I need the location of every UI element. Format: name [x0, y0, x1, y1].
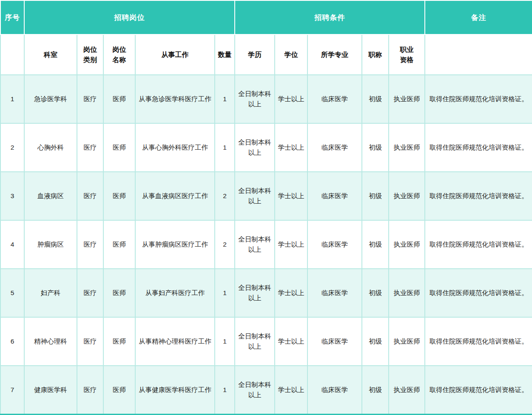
cell-category: 医疗 [77, 366, 103, 414]
empty-header-cell [425, 34, 532, 75]
cell-rank: 初级 [362, 366, 389, 414]
cell-degree: 学士以上 [275, 220, 307, 269]
empty-header-cell [0, 34, 24, 75]
cell-remark: 取得住院医师规范化培训资格证。 [425, 172, 532, 220]
table-row: 2 心胸外科 医疗 医师 从事心胸外科医疗工作 1 全日制本科 以上 学士以上 … [0, 123, 532, 172]
cell-serial: 5 [0, 269, 24, 317]
cell-job-title: 医师 [103, 123, 135, 172]
cell-serial: 1 [0, 75, 24, 123]
cell-count: 2 [215, 172, 235, 220]
column-group-position: 招聘岗位 [24, 0, 235, 34]
column-header-rank: 职称 [362, 34, 389, 75]
cell-dept: 妇产科 [24, 269, 77, 317]
cell-degree: 学士以上 [275, 269, 307, 317]
cell-major: 临床医学 [307, 75, 362, 123]
cell-serial: 4 [0, 220, 24, 269]
cell-category: 医疗 [77, 75, 103, 123]
table-row: 6 精神心理科 医疗 医师 从事精神心理科医疗工作 1 全日制本科 以上 学士以… [0, 317, 532, 366]
sub-header-row: 科室 岗位 类别 岗位 名称 从事工作 数量 学历 学位 所学专业 职称 职业 … [0, 34, 532, 75]
cell-rank: 初级 [362, 269, 389, 317]
cell-count: 1 [215, 317, 235, 366]
column-header-education: 学历 [235, 34, 275, 75]
cell-count: 2 [215, 220, 235, 269]
column-header-dept: 科室 [24, 34, 77, 75]
column-header-qualification: 职业 资格 [389, 34, 425, 75]
cell-category: 医疗 [77, 317, 103, 366]
cell-major: 临床医学 [307, 366, 362, 414]
cell-count: 1 [215, 75, 235, 123]
cell-major: 临床医学 [307, 220, 362, 269]
cell-degree: 学士以上 [275, 75, 307, 123]
cell-degree: 学士以上 [275, 172, 307, 220]
cell-count: 1 [215, 123, 235, 172]
cell-work: 从事急诊医学科医疗工作 [135, 75, 215, 123]
cell-remark: 取得住院医师规范化培训资格证。 [425, 269, 532, 317]
cell-work: 从事肿瘤病区医疗工作 [135, 220, 215, 269]
table-header: 序号 招聘岗位 招聘条件 备注 科室 岗位 类别 岗位 名称 从事工作 数量 学… [0, 0, 532, 75]
group-header-row: 序号 招聘岗位 招聘条件 备注 [0, 0, 532, 34]
column-header-remarks: 备注 [425, 0, 532, 34]
table-row: 3 血液病区 医疗 医师 从事血液病区医疗工作 2 全日制本科 以上 学士以上 … [0, 172, 532, 220]
cell-serial: 3 [0, 172, 24, 220]
cell-degree: 学士以上 [275, 366, 307, 414]
cell-qualification: 执业医师 [389, 123, 425, 172]
cell-major: 临床医学 [307, 317, 362, 366]
cell-major: 临床医学 [307, 269, 362, 317]
cell-dept: 心胸外科 [24, 123, 77, 172]
column-group-conditions: 招聘条件 [235, 0, 425, 34]
cell-rank: 初级 [362, 172, 389, 220]
cell-remark: 取得住院医师规范化培训资格证。 [425, 317, 532, 366]
cell-category: 医疗 [77, 123, 103, 172]
cell-qualification: 执业医师 [389, 317, 425, 366]
cell-category: 医疗 [77, 269, 103, 317]
cell-rank: 初级 [362, 123, 389, 172]
cell-qualification: 执业医师 [389, 269, 425, 317]
column-header-job-title: 岗位 名称 [103, 34, 135, 75]
cell-category: 医疗 [77, 220, 103, 269]
cell-job-title: 医师 [103, 220, 135, 269]
column-header-work: 从事工作 [135, 34, 215, 75]
cell-education: 全日制本科 以上 [235, 269, 275, 317]
cell-serial: 7 [0, 366, 24, 414]
cell-remark: 取得住院医师规范化培训资格证。 [425, 75, 532, 123]
column-header-count: 数量 [215, 34, 235, 75]
cell-dept: 血液病区 [24, 172, 77, 220]
cell-job-title: 医师 [103, 269, 135, 317]
cell-dept: 健康医学科 [24, 366, 77, 414]
column-header-serial: 序号 [0, 0, 24, 34]
cell-major: 临床医学 [307, 172, 362, 220]
cell-job-title: 医师 [103, 366, 135, 414]
cell-degree: 学士以上 [275, 317, 307, 366]
cell-work: 从事血液病区医疗工作 [135, 172, 215, 220]
cell-qualification: 执业医师 [389, 172, 425, 220]
column-header-category: 岗位 类别 [77, 34, 103, 75]
cell-major: 临床医学 [307, 123, 362, 172]
cell-education: 全日制本科 以上 [235, 317, 275, 366]
cell-work: 从事精神心理科医疗工作 [135, 317, 215, 366]
cell-work: 从事妇产科医疗工作 [135, 269, 215, 317]
cell-category: 医疗 [77, 172, 103, 220]
column-header-degree: 学位 [275, 34, 307, 75]
cell-education: 全日制本科 以上 [235, 172, 275, 220]
cell-degree: 学士以上 [275, 123, 307, 172]
cell-serial: 2 [0, 123, 24, 172]
cell-education: 全日制本科 以上 [235, 220, 275, 269]
table-row: 1 急诊医学科 医疗 医师 从事急诊医学科医疗工作 1 全日制本科 以上 学士以… [0, 75, 532, 123]
cell-rank: 初级 [362, 220, 389, 269]
cell-remark: 取得住院医师规范化培训资格证。 [425, 220, 532, 269]
cell-count: 1 [215, 269, 235, 317]
cell-job-title: 医师 [103, 172, 135, 220]
cell-education: 全日制本科 以上 [235, 75, 275, 123]
cell-remark: 取得住院医师规范化培训资格证。 [425, 123, 532, 172]
table-row: 4 肿瘤病区 医疗 医师 从事肿瘤病区医疗工作 2 全日制本科 以上 学士以上 … [0, 220, 532, 269]
cell-rank: 初级 [362, 75, 389, 123]
cell-work: 从事健康医学科医疗工作 [135, 366, 215, 414]
recruitment-table: 序号 招聘岗位 招聘条件 备注 科室 岗位 类别 岗位 名称 从事工作 数量 学… [0, 0, 532, 415]
cell-serial: 6 [0, 317, 24, 366]
cell-qualification: 执业医师 [389, 220, 425, 269]
table-row: 7 健康医学科 医疗 医师 从事健康医学科医疗工作 1 全日制本科 以上 学士以… [0, 366, 532, 414]
cell-work: 从事心胸外科医疗工作 [135, 123, 215, 172]
cell-job-title: 医师 [103, 75, 135, 123]
table-row: 5 妇产科 医疗 医师 从事妇产科医疗工作 1 全日制本科 以上 学士以上 临床… [0, 269, 532, 317]
cell-education: 全日制本科 以上 [235, 366, 275, 414]
